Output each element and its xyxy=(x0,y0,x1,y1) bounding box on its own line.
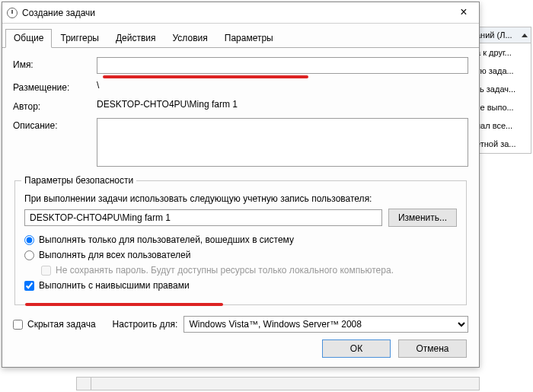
titlebar: Создание задачи × xyxy=(2,2,479,24)
name-input[interactable] xyxy=(97,57,468,74)
create-task-dialog: Создание задачи × Общие Триггеры Действи… xyxy=(2,2,480,368)
cancel-button[interactable]: Отмена xyxy=(398,339,467,358)
radio-run-logged-on[interactable]: Выполнять только для пользователей, воше… xyxy=(24,234,457,245)
list-item[interactable]: ть задач... xyxy=(473,80,531,98)
tab-triggers[interactable]: Триггеры xyxy=(52,29,107,48)
ok-button[interactable]: ОК xyxy=(322,339,391,358)
tab-actions[interactable]: Действия xyxy=(107,29,164,48)
dialog-button-row: ОК Отмена xyxy=(322,339,467,358)
name-label: Имя: xyxy=(13,57,97,70)
tab-strip: Общие Триггеры Действия Условия Параметр… xyxy=(2,28,479,48)
change-user-button[interactable]: Изменить... xyxy=(388,209,457,227)
list-item[interactable]: нал все... xyxy=(473,116,531,135)
window-title: Создание задачи xyxy=(22,8,448,18)
checkbox-highest-privileges-label: Выполнить с наивысшими правами xyxy=(39,280,190,291)
tab-general[interactable]: Общие xyxy=(5,29,52,48)
list-item[interactable]: етной за... xyxy=(473,135,531,153)
radio-run-logged-on-label: Выполнять только для пользователей, воше… xyxy=(39,234,294,245)
actions-pane-header-text: аний (Л... xyxy=(476,30,512,40)
radio-run-any-user-input[interactable] xyxy=(24,250,34,260)
checkbox-no-store-password: Не сохранять пароль. Будут доступны ресу… xyxy=(41,265,457,276)
location-value: \ xyxy=(97,80,468,91)
actions-pane-header[interactable]: аний (Л... xyxy=(473,27,531,43)
list-item[interactable]: ую зада... xyxy=(473,62,531,80)
checkbox-no-store-password-input xyxy=(41,266,51,276)
list-item[interactable]: се выпо... xyxy=(473,98,531,116)
actions-pane: аний (Л... а к друг... ую зада... ть зад… xyxy=(472,27,531,154)
description-label: Описание: xyxy=(13,118,97,131)
scrollbar-horizontal[interactable] xyxy=(76,377,480,390)
close-button[interactable]: × xyxy=(448,2,479,24)
checkbox-hidden-task-input[interactable] xyxy=(13,320,23,330)
checkbox-no-store-password-label: Не сохранять пароль. Будут доступны ресу… xyxy=(56,265,394,276)
author-label: Автор: xyxy=(13,99,97,112)
configure-for-label: Настроить для: xyxy=(113,319,178,330)
tab-body-general: Имя: Размещение: \ Автор: DESKTOP-CHTO4P… xyxy=(2,48,479,340)
tab-settings[interactable]: Параметры xyxy=(216,29,282,48)
author-value: DESKTOP-CHTO4PU\Ming farm 1 xyxy=(97,99,468,110)
caret-up-icon xyxy=(522,33,528,37)
security-account-prompt: При выполнении задачи использовать следу… xyxy=(24,193,457,204)
radio-run-logged-on-input[interactable] xyxy=(24,235,34,245)
checkbox-hidden-task-label: Скрытая задача xyxy=(27,319,96,330)
radio-run-any-user-label: Выполнять для всех пользователей xyxy=(39,250,190,260)
list-item[interactable]: а к друг... xyxy=(473,43,531,62)
configure-for-select[interactable]: Windows Vista™, Windows Server™ 2008 xyxy=(184,316,468,333)
radio-run-any-user[interactable]: Выполнять для всех пользователей xyxy=(24,250,457,260)
location-label: Размещение: xyxy=(13,80,97,93)
tab-conditions[interactable]: Условия xyxy=(164,29,216,48)
checkbox-highest-privileges-input[interactable] xyxy=(24,281,34,291)
checkbox-hidden-task[interactable]: Скрытая задача xyxy=(13,319,96,330)
security-group: Параметры безопасности При выполнении за… xyxy=(14,175,467,305)
description-input[interactable] xyxy=(97,118,468,167)
clock-icon xyxy=(7,8,18,18)
security-legend: Параметры безопасности xyxy=(21,175,136,186)
security-account-value: DESKTOP-CHTO4PU\Ming farm 1 xyxy=(24,209,382,226)
checkbox-highest-privileges[interactable]: Выполнить с наивысшими правами xyxy=(24,280,457,291)
